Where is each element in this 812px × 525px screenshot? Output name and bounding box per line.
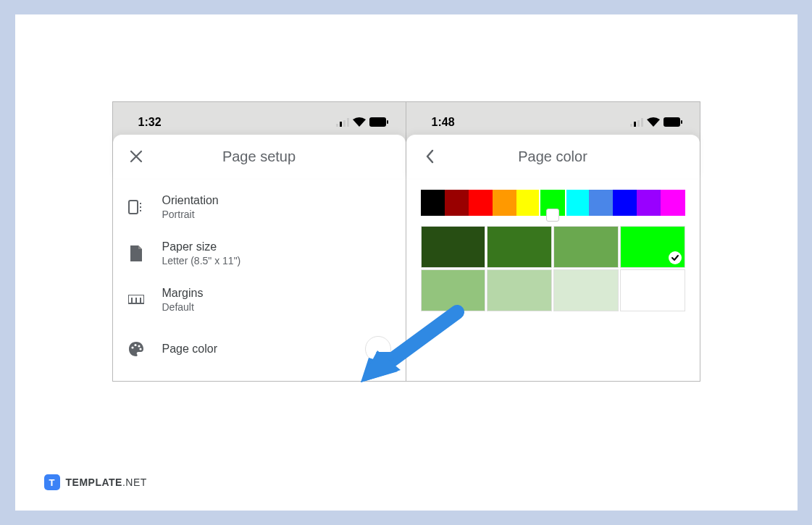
svg-point-15: [134, 344, 136, 346]
svg-rect-18: [630, 124, 632, 127]
svg-rect-3: [347, 118, 349, 127]
hue-pointer: [546, 209, 559, 222]
hue-cell[interactable]: [589, 190, 613, 216]
hue-strip[interactable]: [421, 190, 685, 216]
paper-icon: [127, 245, 145, 262]
margins-value: Default: [162, 301, 391, 313]
current-page-color-swatch: [365, 336, 391, 362]
status-icons: [630, 117, 682, 127]
orientation-value: Portrait: [162, 209, 391, 220]
hue-cell[interactable]: [493, 190, 516, 216]
check-icon: [669, 251, 682, 264]
paper-size-label: Paper size: [162, 240, 391, 253]
logo-text: TEMPLATE.NET: [66, 476, 147, 488]
shade-cell[interactable]: [487, 226, 552, 268]
hue-cell[interactable]: [540, 190, 564, 216]
shade-grid: [421, 226, 685, 311]
svg-rect-19: [634, 122, 636, 127]
svg-rect-21: [641, 118, 643, 127]
margins-icon: [127, 291, 145, 308]
logo-bold: TEMPLATE: [66, 476, 122, 488]
page-color-row[interactable]: Page color: [113, 323, 406, 375]
page-setup-title: Page setup: [127, 148, 391, 165]
hue-cell[interactable]: [565, 190, 589, 216]
svg-point-17: [139, 348, 141, 350]
battery-icon: [369, 117, 388, 127]
svg-point-16: [138, 345, 140, 347]
shade-cell[interactable]: [620, 269, 685, 311]
svg-rect-0: [336, 124, 338, 127]
orientation-label: Orientation: [162, 194, 391, 207]
battery-icon: [664, 117, 682, 127]
palette-icon: [127, 340, 145, 358]
svg-rect-20: [637, 120, 640, 127]
phone-right: 1:48 Page color: [406, 102, 700, 381]
modal-header-left: Page setup: [113, 135, 406, 178]
status-time: 1:48: [432, 116, 455, 129]
shade-cell[interactable]: [553, 269, 619, 311]
svg-rect-5: [387, 120, 388, 124]
orientation-icon: [127, 198, 145, 216]
hue-cell[interactable]: [421, 190, 445, 216]
svg-rect-23: [681, 120, 682, 124]
hue-cell[interactable]: [661, 190, 685, 216]
modal-header-right: Page color: [406, 135, 700, 178]
cellular-icon: [336, 118, 349, 127]
shade-cell[interactable]: [553, 226, 619, 268]
page-color-title: Page color: [421, 148, 685, 165]
logo-light: .NET: [122, 476, 147, 488]
logo-icon: T: [44, 474, 60, 490]
margins-label: Margins: [162, 287, 391, 300]
margins-row[interactable]: Margins Default: [113, 277, 406, 323]
paper-size-value: Letter (8.5" x 11"): [162, 255, 391, 266]
svg-rect-22: [664, 117, 680, 127]
cellular-icon: [630, 118, 643, 127]
hue-cell[interactable]: [613, 190, 637, 216]
shade-cell[interactable]: [620, 226, 685, 268]
hue-cell[interactable]: [516, 190, 540, 216]
shade-cell[interactable]: [421, 226, 486, 268]
hue-cell[interactable]: [637, 190, 661, 216]
svg-rect-1: [340, 122, 342, 127]
svg-rect-2: [343, 120, 346, 127]
svg-rect-6: [129, 201, 138, 214]
screenshots-container: 1:32 Page setup O: [112, 101, 700, 382]
outer-frame: 1:32 Page setup O: [15, 14, 798, 511]
orientation-row[interactable]: Orientation Portrait: [113, 184, 406, 230]
shade-cell[interactable]: [421, 269, 486, 311]
svg-point-14: [131, 346, 133, 348]
hue-cell[interactable]: [445, 190, 469, 216]
page-color-label: Page color: [162, 343, 365, 356]
menu-list: Orientation Portrait Paper size Letter (…: [113, 178, 406, 381]
wifi-icon: [647, 117, 660, 127]
phone-left: 1:32 Page setup O: [113, 102, 406, 381]
paper-size-row[interactable]: Paper size Letter (8.5" x 11"): [113, 230, 406, 277]
shade-cell[interactable]: [487, 269, 552, 311]
branding-logo: T TEMPLATE.NET: [44, 474, 147, 490]
wifi-icon: [353, 117, 366, 127]
status-time: 1:32: [138, 116, 162, 129]
svg-rect-4: [369, 117, 386, 127]
status-icons: [336, 117, 388, 127]
hue-cell[interactable]: [469, 190, 493, 216]
